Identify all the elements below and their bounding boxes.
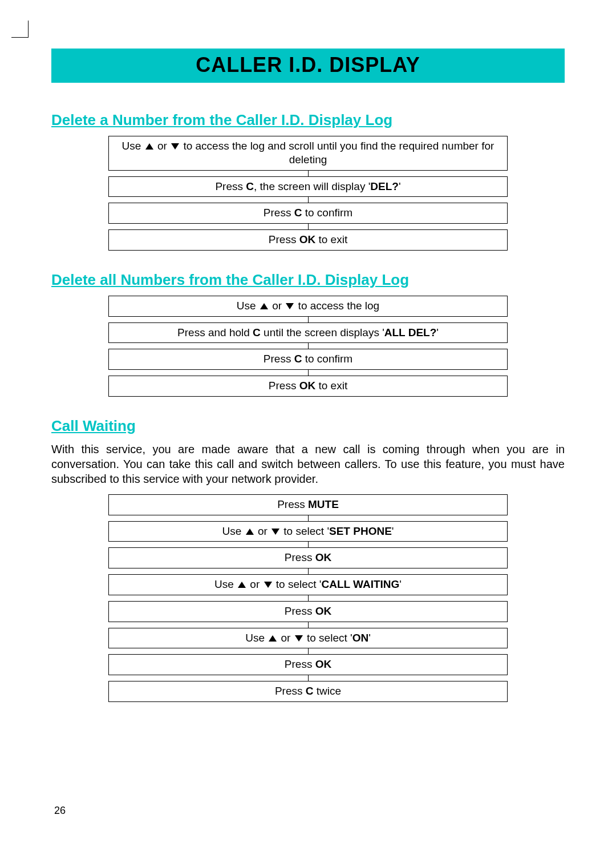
up-arrow-icon bbox=[269, 635, 277, 642]
up-arrow-icon bbox=[145, 143, 153, 150]
page-title-bar: CALLER I.D. DISPLAY bbox=[51, 49, 565, 83]
keyword: C bbox=[306, 685, 314, 697]
step-box: Press C, the screen will display 'DEL?' bbox=[108, 176, 508, 197]
up-arrow-icon bbox=[260, 303, 268, 309]
step-connector bbox=[308, 568, 309, 574]
keyword: DEL? bbox=[370, 180, 399, 192]
section: Delete a Number from the Caller I.D. Dis… bbox=[51, 111, 565, 251]
step-box: Press OK to exit bbox=[108, 376, 508, 397]
step-box: Press OK to exit bbox=[108, 229, 508, 251]
step-connector bbox=[308, 622, 309, 628]
down-arrow-icon bbox=[286, 303, 294, 309]
section-heading: Call Waiting bbox=[51, 417, 565, 435]
step-connector bbox=[308, 343, 309, 349]
step-box: Use or to access the log and scroll unti… bbox=[108, 136, 508, 171]
step-box: Press OK bbox=[108, 601, 508, 622]
step-connector bbox=[308, 542, 309, 547]
keyword: C bbox=[246, 180, 254, 192]
crop-mark bbox=[11, 21, 29, 38]
keyword: OK bbox=[315, 605, 332, 617]
section: Call WaitingWith this service, you are m… bbox=[51, 417, 565, 702]
keyword: SET PHONE bbox=[329, 525, 392, 537]
manual-page: CALLER I.D. DISPLAY Delete a Number from… bbox=[0, 0, 616, 851]
section: Delete all Numbers from the Caller I.D. … bbox=[51, 271, 565, 397]
keyword: ON bbox=[352, 632, 369, 644]
page-title: CALLER I.D. DISPLAY bbox=[51, 53, 565, 77]
step-box: Use or to select 'SET PHONE' bbox=[108, 521, 508, 542]
step-box: Press MUTE bbox=[108, 494, 508, 515]
keyword: MUTE bbox=[308, 498, 339, 510]
step-connector bbox=[308, 224, 309, 229]
step-box: Press OK bbox=[108, 547, 508, 568]
step-box: Use or to select 'ON' bbox=[108, 628, 508, 649]
step-connector bbox=[308, 370, 309, 376]
keyword: OK bbox=[299, 233, 316, 245]
up-arrow-icon bbox=[238, 582, 246, 588]
step-connector bbox=[308, 197, 309, 203]
steps-flow: Use or to access the logPress and hold C… bbox=[108, 296, 508, 397]
down-arrow-icon bbox=[271, 529, 279, 535]
steps-flow: Press MUTEUse or to select 'SET PHONE'Pr… bbox=[108, 494, 508, 702]
keyword: C bbox=[294, 207, 302, 219]
down-arrow-icon bbox=[264, 582, 272, 588]
keyword: C bbox=[294, 353, 302, 365]
section-heading: Delete a Number from the Caller I.D. Dis… bbox=[51, 111, 565, 129]
section-paragraph: With this service, you are made aware th… bbox=[51, 442, 565, 486]
keyword: CALL WAITING bbox=[321, 578, 399, 590]
keyword: C bbox=[253, 326, 261, 338]
up-arrow-icon bbox=[246, 529, 254, 535]
content-sections: Delete a Number from the Caller I.D. Dis… bbox=[51, 111, 565, 702]
step-box: Use or to access the log bbox=[108, 296, 508, 317]
step-box: Press C to conﬁrm bbox=[108, 203, 508, 224]
keyword: ALL DEL? bbox=[384, 326, 436, 338]
step-connector bbox=[308, 648, 309, 654]
steps-flow: Use or to access the log and scroll unti… bbox=[108, 136, 508, 251]
step-connector bbox=[308, 515, 309, 521]
step-box: Press and hold C until the screen displa… bbox=[108, 322, 508, 344]
down-arrow-icon bbox=[295, 635, 303, 642]
page-number: 26 bbox=[54, 805, 66, 817]
keyword: OK bbox=[315, 551, 332, 563]
section-heading: Delete all Numbers from the Caller I.D. … bbox=[51, 271, 565, 289]
step-box: Use or to select 'CALL WAITING' bbox=[108, 574, 508, 595]
step-box: Press C twice bbox=[108, 681, 508, 702]
step-connector bbox=[308, 675, 309, 681]
step-connector bbox=[308, 171, 309, 176]
keyword: OK bbox=[315, 658, 332, 670]
step-box: Press C to conﬁrm bbox=[108, 349, 508, 370]
step-connector bbox=[308, 317, 309, 322]
step-box: Press OK bbox=[108, 654, 508, 675]
keyword: OK bbox=[299, 380, 316, 392]
step-connector bbox=[308, 595, 309, 601]
down-arrow-icon bbox=[171, 143, 179, 150]
